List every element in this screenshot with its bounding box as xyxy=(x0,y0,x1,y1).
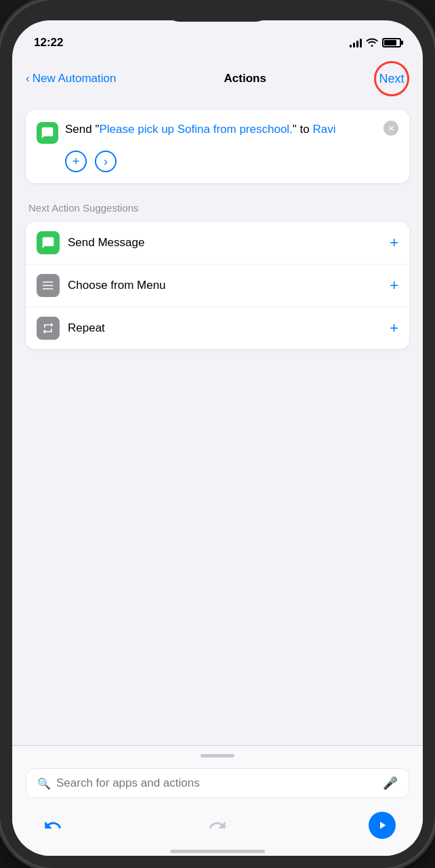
main-content: Send "Please pick up Sofina from prescho… xyxy=(12,102,423,745)
svg-rect-5 xyxy=(43,288,45,290)
suggestion-label-send-message: Send Message xyxy=(68,236,144,250)
nav-bar: ‹ New Automation Actions Next xyxy=(12,56,423,102)
chevron-right-icon: › xyxy=(104,155,108,169)
status-bar: 12:22 xyxy=(12,20,423,56)
add-choose-from-menu-button[interactable]: + xyxy=(390,277,398,294)
drag-handle xyxy=(201,754,234,757)
bottom-section: 🔍 🎤 xyxy=(12,745,423,856)
content-area: Send "Please pick up Sofina from prescho… xyxy=(12,102,423,357)
home-indicator xyxy=(170,850,265,853)
next-label: Next xyxy=(379,72,404,86)
repeat-icon xyxy=(37,317,60,340)
suggestions-title: Next Action Suggestions xyxy=(26,202,409,214)
status-icons xyxy=(350,37,401,49)
suggestion-item-repeat[interactable]: Repeat + xyxy=(26,307,409,349)
undo-button[interactable] xyxy=(39,812,66,839)
to-label: to xyxy=(300,123,310,136)
suggestion-item-choose-from-menu[interactable]: Choose from Menu + xyxy=(26,264,409,307)
messages-app-icon xyxy=(37,122,58,144)
page-title: Actions xyxy=(224,72,266,85)
choose-from-menu-icon xyxy=(37,274,60,297)
add-send-message-button[interactable]: + xyxy=(390,234,398,252)
svg-rect-1 xyxy=(43,285,54,286)
suggestion-left: Send Message xyxy=(37,231,144,254)
svg-rect-3 xyxy=(43,281,45,283)
action-card-header: Send "Please pick up Sofina from prescho… xyxy=(37,121,398,144)
status-time: 12:22 xyxy=(34,36,63,50)
svg-rect-0 xyxy=(43,281,54,283)
suggestion-label-repeat: Repeat xyxy=(68,321,105,335)
close-button[interactable]: ✕ xyxy=(384,121,398,136)
add-field-button[interactable]: + xyxy=(65,151,87,172)
redo-button[interactable] xyxy=(204,812,231,839)
search-bar[interactable]: 🔍 🎤 xyxy=(26,768,409,798)
search-input[interactable] xyxy=(56,776,377,790)
action-card: Send "Please pick up Sofina from prescho… xyxy=(26,110,409,183)
svg-rect-2 xyxy=(43,288,54,290)
signal-icon xyxy=(350,38,362,47)
chevron-left-icon: ‹ xyxy=(26,72,30,85)
close-quote: " xyxy=(293,123,300,136)
phone-frame: 12:22 xyxy=(0,0,435,868)
microphone-icon[interactable]: 🎤 xyxy=(383,776,398,791)
search-icon: 🔍 xyxy=(37,777,51,790)
plus-icon: + xyxy=(72,155,80,169)
notch xyxy=(163,0,272,22)
message-text[interactable]: Please pick up Sofina from preschool. xyxy=(99,123,292,136)
suggestion-left: Repeat xyxy=(37,317,105,340)
suggestion-left: Choose from Menu xyxy=(37,274,166,297)
bottom-toolbar xyxy=(12,809,423,847)
action-card-footer: + › xyxy=(37,151,398,172)
wifi-icon xyxy=(366,37,378,49)
battery-icon xyxy=(382,38,401,47)
suggestion-label-choose-from-menu: Choose from Menu xyxy=(68,279,166,292)
suggestion-item-send-message[interactable]: Send Message + xyxy=(26,222,409,264)
svg-rect-4 xyxy=(43,285,45,286)
back-button[interactable]: ‹ New Automation xyxy=(26,72,116,85)
recipient-label[interactable]: Ravi xyxy=(313,123,336,136)
back-label: New Automation xyxy=(33,72,117,85)
send-label: Send " xyxy=(65,123,99,136)
action-description: Send "Please pick up Sofina from prescho… xyxy=(65,121,384,138)
phone-screen: 12:22 xyxy=(12,20,423,856)
add-repeat-button[interactable]: + xyxy=(390,319,398,337)
send-message-icon xyxy=(37,231,60,254)
suggestions-list: Send Message + xyxy=(26,222,409,349)
detail-button[interactable]: › xyxy=(95,151,117,172)
play-button[interactable] xyxy=(369,812,396,839)
next-button[interactable]: Next xyxy=(374,61,409,96)
action-card-body: Send "Please pick up Sofina from prescho… xyxy=(37,121,384,144)
